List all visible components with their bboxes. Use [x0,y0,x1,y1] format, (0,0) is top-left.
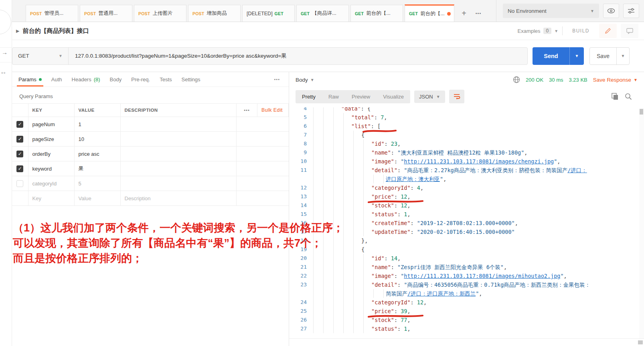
network-globe-icon[interactable] [513,76,520,83]
params-more-button[interactable]: ••• [237,104,257,117]
json-token: , [420,185,423,191]
settings-button[interactable] [623,4,639,18]
code-text: "price": 12, [371,192,411,201]
param-checkbox[interactable]: ✓ [16,165,23,172]
save-button[interactable]: Save [590,48,616,64]
json-link[interactable]: http://111.231.103.117:8081/images/mihou… [404,273,560,279]
send-options-button[interactable]: ▼ [569,47,584,65]
request-tab[interactable]: GET前台的【... [405,4,454,22]
view-tab-preview[interactable]: Preview [345,90,377,103]
console-icon[interactable]: °° [1,71,6,77]
param-description-cell[interactable] [120,117,237,132]
tab-params[interactable]: Params [14,72,47,86]
view-tab-pretty[interactable]: Pretty [296,90,322,103]
edit-request-button[interactable] [599,24,617,38]
environment-quick-look-button[interactable] [603,4,619,18]
comments-button[interactable] [621,24,638,38]
param-key-cell[interactable]: orderBy [28,147,74,161]
request-tab[interactable]: POST管理员... [26,5,78,22]
param-value-cell[interactable]: price asc [74,147,120,161]
tab-headers[interactable]: Headers(8) [67,72,105,86]
tab-tests[interactable]: Tests [155,72,176,86]
param-key-cell[interactable]: keyword [28,161,74,176]
request-tab[interactable]: GET【商品详... [296,5,349,22]
param-checkbox[interactable] [16,180,23,187]
code-text: "image": "http://111.231.103.117:8081/im… [371,157,560,166]
tab-title: 管理员... [44,10,63,17]
method-selector[interactable]: GET ▼ [12,48,69,64]
save-response-button[interactable]: Save Response ▼ [593,77,638,83]
save-options-button[interactable]: ▼ [616,48,629,64]
indent-guides [313,183,371,192]
headers-count: (8) [94,76,100,82]
indent-guides [313,139,371,148]
json-token: "data" [341,107,361,112]
tab-auth[interactable]: Auth [47,72,67,86]
send-button[interactable]: Send [533,47,569,65]
param-placeholder-row: KeyValueDescription [12,191,289,206]
json-link[interactable]: /进口：进口原产地：新西兰 [407,290,476,297]
bulk-edit-button[interactable]: Bulk Edit [257,104,289,117]
tab-settings[interactable]: Settings [177,72,205,86]
request-tab[interactable]: GET前台的【... [350,5,403,22]
tab-body[interactable]: Body [105,72,127,86]
vertical-scrollbar[interactable] [639,108,644,338]
expand-sidebar-icon[interactable]: → [2,49,8,56]
indent-guides [313,324,371,333]
wrap-text-button[interactable] [449,90,464,103]
json-token: "商品毛重：2.27kg商品产地：澳大利亚类别：脐橙包装：简装国产 [404,167,567,173]
tab-options-button[interactable]: ••• [471,6,486,20]
json-link[interactable]: http://111.231.103.117:8081/images/cheng… [404,158,554,165]
indent-guides [313,272,371,280]
param-key-cell[interactable]: categoryId [28,176,74,191]
copy-icon[interactable] [612,93,618,100]
param-value-cell[interactable]: 1 [74,117,120,132]
param-value-cell[interactable]: 果 [74,161,120,176]
param-description-placeholder[interactable]: Description [120,191,237,206]
param-description-cell[interactable] [120,161,237,176]
json-link[interactable]: 进口原产地：澳大利亚 [386,176,440,182]
param-checkbox[interactable]: ✓ [16,151,23,157]
param-description-cell[interactable] [120,147,237,161]
param-key-cell[interactable]: pageNum [28,117,74,132]
url-box: GET ▼ 127.0.0.1:8083/product/list?pageNu… [12,47,528,65]
view-tab-visualize[interactable]: Visualize [377,90,410,103]
request-tab[interactable]: POST普通用... [80,5,132,22]
param-description-cell[interactable] [120,132,237,147]
request-title: 前台的【商品列表】接口 [22,27,89,35]
param-checkbox[interactable]: ✓ [16,121,23,128]
json-token: : [391,264,397,270]
tab-prereq[interactable]: Pre-req. [126,72,155,86]
param-checkbox[interactable]: ✓ [16,136,23,143]
rail-divider [0,47,12,48]
param-value-cell[interactable]: 10 [74,132,120,147]
new-tab-button[interactable]: + [458,6,470,20]
param-key-placeholder[interactable]: Key [28,191,74,206]
collapse-caret-icon[interactable]: ▶ [16,28,19,34]
view-tab-raw[interactable]: Raw [322,90,345,103]
environment-selector[interactable]: No Environment ▼ [503,4,599,18]
param-row: categoryId5 [12,176,289,191]
json-token: "updateTime" [371,229,411,235]
request-tabs-more-button[interactable]: ••• [274,77,287,82]
response-time: 30 ms [549,77,563,83]
line-number: 7 [289,131,313,139]
param-description-cell[interactable] [120,176,237,191]
code-line: 22"image": "http://111.231.103.117:8081/… [289,272,639,280]
param-value-placeholder[interactable]: Value [74,191,120,206]
request-tab[interactable]: POST上传图片 [134,5,186,22]
response-body-dropdown[interactable]: Body ▼ [296,77,314,83]
request-tab[interactable]: [DELETED]GET [242,5,295,22]
param-row: ✓pageSize10 [12,132,289,147]
examples-dropdown[interactable]: Examples 0 ▼ [517,28,558,34]
request-tab[interactable]: POST增加商品 [188,5,241,22]
param-key-cell[interactable]: pageSize [28,132,74,147]
code-text: "detail": "商品编号：4635056商品毛重：0.71kg商品产地：新… [371,280,590,289]
search-icon[interactable] [625,93,632,100]
scrollbar-thumb[interactable] [640,109,643,115]
json-link[interactable]: /进口： [567,167,587,173]
param-value-cell[interactable]: 5 [74,176,120,191]
url-input[interactable]: 127.0.0.1:8083/product/list?pageNum=1&pa… [69,52,527,60]
line-number: 24 [289,298,313,307]
format-selector[interactable]: JSON ▼ [414,91,445,103]
